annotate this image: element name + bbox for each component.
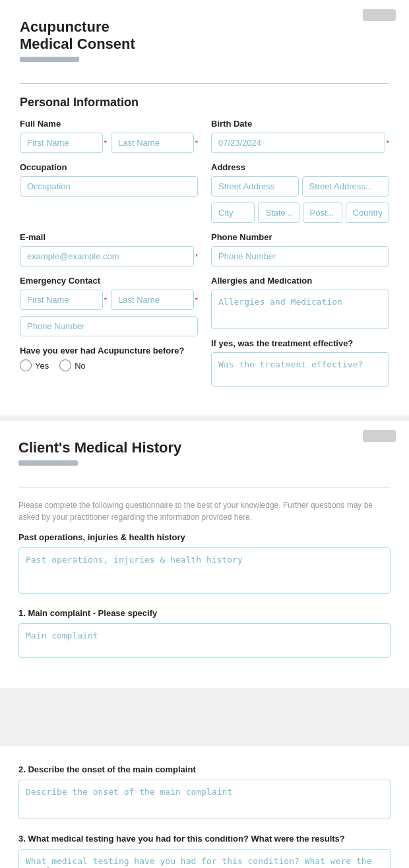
emergency-phone-input[interactable] [20,316,198,336]
medical-history-continued: 2. Describe the onset of the main compla… [0,746,409,868]
title-accent [20,57,79,62]
birthdate-input[interactable] [211,133,385,153]
acupuncture-label: Have you ever had Acupuncture before? [20,346,198,356]
email-required: * [195,253,198,261]
yes-label: Yes [35,361,49,371]
no-radio[interactable] [59,359,71,371]
lastname-required: * [195,139,198,147]
emergency-firstname-required: * [104,296,107,304]
city-input[interactable] [211,202,255,223]
q3-label: 3. What medical testing have you had for… [18,834,391,844]
q1-textarea[interactable] [18,623,391,658]
street2-input[interactable] [302,176,390,197]
q2-block: 2. Describe the onset of the main compla… [18,764,391,822]
medical-desc: Please complete the following questionna… [18,499,391,523]
past-ops-textarea[interactable] [18,547,391,594]
lastname-input[interactable] [111,133,194,153]
birthdate-label: Birth Date [211,119,389,129]
q3-textarea[interactable] [18,849,391,868]
emergency-group: Emergency Contact * * Have you ever had … [20,276,198,387]
occupation-input[interactable] [20,176,198,197]
medical-accent [18,460,78,466]
q1-label: 1. Main complaint - Please specify [18,608,391,618]
emergency-lastname-required: * [195,296,198,304]
occupation-label: Occupation [20,162,198,172]
occupation-group: Occupation [20,162,198,223]
effective-textarea[interactable] [211,352,389,387]
no-label: No [75,361,86,371]
q3-block: 3. What medical testing have you had for… [18,834,391,868]
effective-label: If yes, was the treatment effective? [211,338,389,348]
phone-input[interactable] [211,246,389,266]
allergies-textarea[interactable] [211,290,389,329]
firstname-required: * [104,139,107,147]
allergies-label: Allergies and Medication [211,276,389,286]
fullname-group: Full Name * * [20,119,198,153]
birthdate-group: Birth Date * [211,119,389,153]
q2-textarea[interactable] [18,780,391,819]
postal-input[interactable] [303,202,342,223]
birthdate-required: * [387,139,389,147]
email-label: E-mail [20,232,198,242]
firstname-input[interactable] [20,133,103,153]
address-label: Address [211,162,389,172]
personal-info-subtitle: Personal Information [20,96,389,109]
street1-input[interactable] [211,176,299,197]
emergency-lastname-input[interactable] [111,290,194,310]
address-group: Address [211,162,389,223]
emergency-firstname-input[interactable] [20,290,103,310]
phone-label: Phone Number [211,232,389,242]
state-input[interactable] [258,202,299,223]
medical-history-section: Client's Medical History Please complete… [0,421,409,688]
email-input[interactable] [20,246,194,266]
country-input[interactable] [346,202,389,223]
no-radio-label[interactable]: No [59,359,86,371]
q2-label: 2. Describe the onset of the main compla… [18,764,391,774]
phone-group: Phone Number [211,232,389,266]
page-title: AcupunctureMedical Consent [20,18,389,53]
q1-block: 1. Main complaint - Please specify [18,608,391,660]
gap-section [0,693,409,746]
past-ops-label: Past operations, injuries & health histo… [18,532,391,542]
fullname-label: Full Name [20,119,198,129]
past-ops-block: Past operations, injuries & health histo… [18,532,391,596]
medical-title: Client's Medical History [18,439,391,456]
email-group: E-mail * [20,232,198,266]
yes-radio[interactable] [20,359,32,371]
allergies-group: Allergies and Medication If yes, was the… [211,276,389,387]
yes-radio-label[interactable]: Yes [20,359,49,371]
emergency-label: Emergency Contact [20,276,198,286]
personal-info-section: AcupunctureMedical Consent Personal Info… [0,0,409,416]
